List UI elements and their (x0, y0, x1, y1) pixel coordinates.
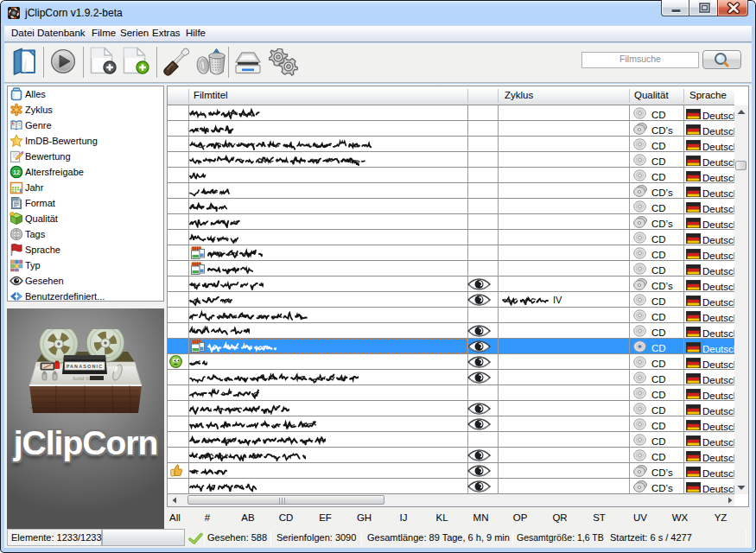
svg-text:12: 12 (13, 169, 20, 175)
svg-text:PANASONIC: PANASONIC (67, 364, 104, 369)
